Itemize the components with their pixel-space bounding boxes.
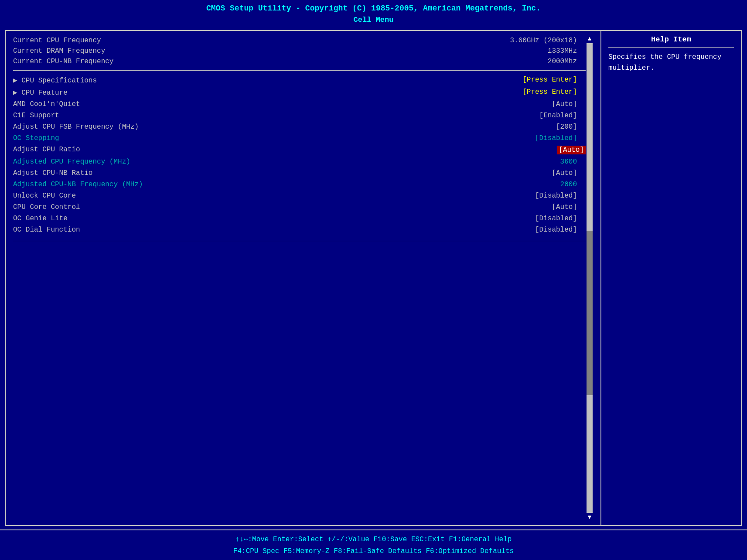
- menu-row-value-0: [Press Enter]: [522, 76, 586, 85]
- help-panel: Help Item Specifies the CPU frequency mu…: [601, 31, 741, 525]
- scrollbar: ▲ ▼: [586, 35, 594, 521]
- title-bar: CMOS Setup Utility - Copyright (C) 1985-…: [0, 0, 747, 27]
- menu-row-value-6: [Auto]: [557, 146, 586, 154]
- menu-row-12[interactable]: OC Genie Lite[Disabled]: [13, 213, 586, 224]
- info-row-cpu-freq: Current CPU Frequency 3.60GHz (200x18): [13, 35, 586, 46]
- status-bar: ↑↓↔:Move Enter:Select +/-/:Value F10:Sav…: [0, 529, 747, 560]
- menu-row-5[interactable]: OC Stepping[Disabled]: [13, 133, 586, 144]
- menu-row-value-12: [Disabled]: [535, 215, 586, 222]
- cpunb-freq-label: Current CPU-NB Frequency: [13, 58, 113, 65]
- menu-row-0[interactable]: ▶ CPU Specifications[Press Enter]: [13, 74, 586, 86]
- divider: [13, 70, 586, 71]
- menu-row-7[interactable]: Adjusted CPU Frequency (MHz)3600: [13, 156, 586, 167]
- bottom-divider: [13, 241, 586, 241]
- menu-row-value-10: [Disabled]: [535, 192, 586, 200]
- menu-row-6[interactable]: Adjust CPU Ratio[Auto]: [13, 144, 586, 156]
- menu-row-value-4: [200]: [556, 123, 586, 131]
- scroll-down-arrow[interactable]: ▼: [588, 514, 591, 521]
- info-row-cpunb-freq: Current CPU-NB Frequency 2000Mhz: [13, 56, 586, 67]
- title-line2: Cell Menu: [0, 14, 747, 26]
- menu-row-value-7: 3600: [560, 158, 586, 166]
- menu-row-value-3: [Enabled]: [539, 112, 586, 120]
- scroll-up-arrow[interactable]: ▲: [588, 35, 591, 42]
- menu-row-label-12: OC Genie Lite: [13, 215, 68, 222]
- menu-row-1[interactable]: ▶ CPU Feature[Press Enter]: [13, 86, 586, 99]
- menu-row-label-11: CPU Core Control: [13, 203, 80, 211]
- help-text: Specifies the CPU frequency multiplier.: [608, 52, 734, 74]
- menu-row-value-9: 2000: [560, 181, 586, 188]
- scroll-track: [587, 43, 593, 513]
- dram-freq-value: 1333MHz: [548, 47, 586, 55]
- cpu-freq-value: 3.60GHz (200x18): [510, 37, 586, 44]
- menu-row-value-5: [Disabled]: [535, 134, 586, 142]
- menu-row-8[interactable]: Adjust CPU-NB Ratio[Auto]: [13, 167, 586, 179]
- cpunb-freq-value: 2000Mhz: [548, 58, 586, 65]
- menu-row-label-9: Adjusted CPU-NB Frequency (MHz): [13, 181, 143, 188]
- menu-list: Current CPU Frequency 3.60GHz (200x18) C…: [13, 35, 586, 521]
- menu-row-label-7: Adjusted CPU Frequency (MHz): [13, 158, 130, 166]
- menu-row-label-1: ▶ CPU Feature: [13, 88, 68, 97]
- menu-row-11[interactable]: CPU Core Control[Auto]: [13, 201, 586, 213]
- menu-rows-container: ▶ CPU Specifications[Press Enter]▶ CPU F…: [13, 74, 586, 236]
- menu-row-label-13: OC Dial Function: [13, 226, 80, 234]
- menu-row-label-0: ▶ CPU Specifications: [13, 76, 97, 85]
- info-row-dram-freq: Current DRAM Frequency 1333MHz: [13, 46, 586, 56]
- menu-row-value-1: [Press Enter]: [522, 88, 586, 97]
- help-title: Help Item: [608, 35, 734, 48]
- menu-row-value-8: [Auto]: [552, 169, 586, 177]
- scroll-thumb[interactable]: [587, 231, 593, 395]
- menu-row-9[interactable]: Adjusted CPU-NB Frequency (MHz)2000: [13, 179, 586, 190]
- menu-row-label-4: Adjust CPU FSB Frequency (MHz): [13, 123, 139, 131]
- menu-row-10[interactable]: Unlock CPU Core[Disabled]: [13, 190, 586, 201]
- cpu-freq-label: Current CPU Frequency: [13, 37, 101, 44]
- menu-row-label-8: Adjust CPU-NB Ratio: [13, 169, 92, 177]
- menu-row-label-3: C1E Support: [13, 112, 59, 120]
- menu-row-value-11: [Auto]: [552, 203, 586, 211]
- menu-row-2[interactable]: AMD Cool'n'Quiet[Auto]: [13, 99, 586, 110]
- menu-row-label-5: OC Stepping: [13, 134, 59, 142]
- main-area: Current CPU Frequency 3.60GHz (200x18) C…: [5, 30, 742, 526]
- menu-row-value-13: [Disabled]: [535, 226, 586, 234]
- dram-freq-label: Current DRAM Frequency: [13, 47, 105, 55]
- title-line1: CMOS Setup Utility - Copyright (C) 1985-…: [0, 3, 747, 14]
- menu-row-13[interactable]: OC Dial Function[Disabled]: [13, 224, 586, 236]
- menu-row-label-2: AMD Cool'n'Quiet: [13, 100, 80, 108]
- menu-row-value-2: [Auto]: [552, 100, 586, 108]
- menu-row-label-10: Unlock CPU Core: [13, 192, 76, 200]
- menu-panel: Current CPU Frequency 3.60GHz (200x18) C…: [6, 31, 601, 525]
- menu-row-label-6: Adjust CPU Ratio: [13, 146, 80, 154]
- status-line1: ↑↓↔:Move Enter:Select +/-/:Value F10:Sav…: [0, 534, 747, 546]
- menu-row-3[interactable]: C1E Support[Enabled]: [13, 110, 586, 121]
- menu-row-4[interactable]: Adjust CPU FSB Frequency (MHz)[200]: [13, 121, 586, 133]
- status-line2: F4:CPU Spec F5:Memory-Z F8:Fail-Safe Def…: [0, 546, 747, 557]
